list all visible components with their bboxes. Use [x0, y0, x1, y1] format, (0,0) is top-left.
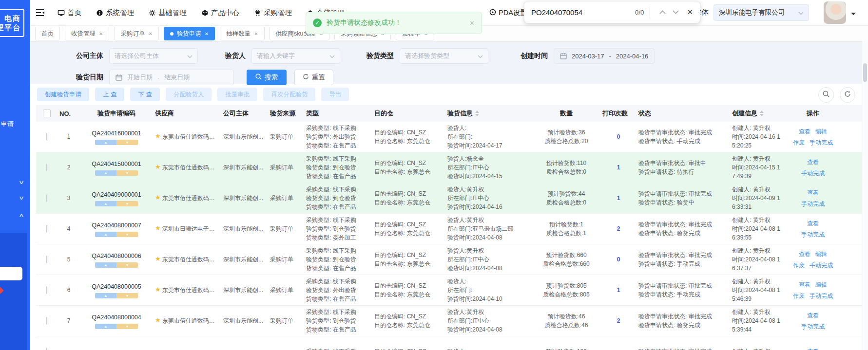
column-search-button[interactable] [818, 87, 834, 103]
action-line: 作废手动完成 [786, 291, 840, 301]
row-checkbox[interactable] [46, 348, 47, 350]
find-previous-button[interactable] [659, 10, 666, 14]
tab-close-icon[interactable]: ✕ [254, 31, 258, 37]
toolbar-button-4[interactable]: 批量审批 [217, 88, 257, 101]
toolbar-button-0[interactable]: 创建验货申请 [37, 88, 89, 101]
action-link[interactable]: 手动完成 [810, 139, 833, 146]
toolbar-button-6[interactable]: 导出 [321, 88, 349, 101]
header-company-select[interactable]: 深圳乐能电子有限公司 [714, 4, 809, 21]
nav-item-3[interactable]: 产品中心 [201, 8, 239, 18]
inspection-code[interactable]: QA240408000004 [82, 313, 151, 322]
goods-type: 货物类型: 在售产品 [306, 203, 370, 211]
sidebar-item-inspection-request[interactable]: 申请 [1, 120, 14, 129]
action-link[interactable]: 查看 [799, 251, 810, 258]
company-select[interactable]: 请选择公司主体 [109, 48, 198, 64]
action-link[interactable]: 查看 [807, 220, 819, 227]
warehouse-code: 目的仓编码: CN_SZ [374, 128, 444, 137]
nav-item-0[interactable]: 首页 [58, 8, 81, 18]
chevron-down-icon [478, 53, 483, 60]
find-next-button[interactable] [673, 10, 679, 14]
row-checkbox[interactable] [46, 133, 47, 141]
tab-1[interactable]: 收货管理✕ [65, 27, 109, 40]
action-link[interactable]: 编辑 [815, 128, 827, 135]
collapse-menu-icon[interactable] [35, 8, 45, 17]
inspection-code[interactable]: QA240408000006 [82, 252, 151, 260]
inspection-code[interactable]: QA240408000007 [82, 221, 151, 230]
action-link[interactable]: 查看 [799, 281, 810, 288]
select-all-checkbox[interactable] [43, 110, 51, 117]
find-match-count: 0/0 [635, 9, 644, 16]
action-link[interactable]: 作废 [793, 293, 805, 299]
actions-cell: 查看编辑作废手动完成 [784, 277, 842, 303]
toolbar-button-1[interactable]: 上 查 [95, 88, 124, 101]
scrollbar-thumb[interactable] [863, 63, 867, 82]
inspection-code[interactable]: QA240409000001 [82, 190, 151, 199]
inspector-department: 所在部门:IT中心 [447, 163, 530, 172]
row-checkbox[interactable] [46, 164, 47, 171]
action-link[interactable]: 手动完成 [810, 262, 833, 269]
action-link[interactable]: 手动完成 [801, 201, 825, 207]
tab-4[interactable]: 抽样数量✕ [220, 27, 264, 40]
action-link[interactable]: 手动完成 [801, 231, 825, 238]
row-checkbox[interactable] [46, 225, 47, 233]
tab-0[interactable]: 首页 [35, 27, 60, 40]
close-icon[interactable]: ✕ [469, 19, 475, 27]
action-link[interactable]: 作废 [793, 262, 805, 269]
tab-3[interactable]: 验货申请✕ [164, 27, 215, 40]
nav-item-1[interactable]: 系统管理 [96, 8, 134, 18]
row-checkbox[interactable] [46, 317, 47, 325]
vertical-scrollbar[interactable] [862, 41, 868, 350]
action-link[interactable]: 手动完成 [801, 170, 825, 177]
toolbar-button-3[interactable]: 分配验货人 [166, 88, 212, 101]
action-link[interactable]: 查看 [807, 189, 819, 196]
inspection-code[interactable]: QA240408000005 [82, 282, 151, 291]
search-button[interactable]: 搜索 [247, 70, 287, 85]
row-checkbox[interactable] [46, 286, 47, 294]
chevron-up-icon[interactable]: ∧ [19, 212, 25, 219]
warehouse-cell: 目的仓编码: CN_SZ 目的仓名称: 东莞总仓 [372, 188, 445, 208]
action-link[interactable]: 手动完成 [801, 323, 825, 330]
sort-info-icon[interactable] [475, 111, 479, 116]
refresh-table-button[interactable] [840, 87, 855, 103]
inspection-date-range[interactable]: 开始日期 - 结束日期 [109, 70, 234, 85]
tab-close-icon[interactable]: ✕ [148, 31, 152, 37]
action-link[interactable]: 手动完成 [810, 293, 833, 299]
nav-item-2[interactable]: 基础管理 [149, 8, 187, 18]
action-link[interactable]: 查看 [807, 348, 819, 350]
avatar-caret-icon[interactable] [851, 13, 856, 18]
action-line: 手动完成 [786, 230, 840, 239]
actions-cell: 查看 [784, 344, 842, 350]
toolbar-button-2[interactable]: 下 查 [130, 88, 159, 101]
inspection-code[interactable]: QA240416000001 [82, 129, 151, 138]
reset-button[interactable]: 重置 [294, 70, 333, 85]
row-checkbox[interactable] [46, 256, 47, 263]
action-link[interactable]: 编辑 [815, 281, 827, 288]
approval-status: 验货申请审批状态: 审批中 [638, 159, 728, 167]
warehouse-code: 目的仓编码: CN_SZ [374, 347, 444, 350]
inspector-name: 验货人:黄升权 [447, 216, 530, 224]
action-link[interactable]: 查看 [807, 159, 819, 166]
find-input[interactable]: PO2404070054 [531, 8, 582, 17]
row-checkbox[interactable] [46, 194, 47, 202]
action-link[interactable]: 作废 [793, 139, 805, 146]
action-link[interactable]: 查看 [799, 128, 810, 135]
find-close-button[interactable]: ✕ [687, 8, 693, 17]
user-avatar[interactable] [824, 1, 846, 24]
inspection-type-select[interactable]: 请选择验货类型 [400, 48, 488, 64]
tab-close-icon[interactable]: ✕ [99, 31, 103, 37]
toolbar-button-5[interactable]: 再次分配验货 [263, 88, 315, 101]
inspector-input[interactable]: 请输入关键字 [251, 48, 340, 64]
tab-close-icon[interactable]: ✕ [205, 31, 209, 37]
created-date-range[interactable]: 2024-03-17 - 2024-04-16 [554, 48, 655, 64]
action-link[interactable]: 查看 [807, 312, 819, 319]
sort-created-icon[interactable] [760, 111, 764, 116]
chevron-down-icon[interactable]: ∨ [19, 195, 25, 201]
nav-item-4[interactable]: 采购管理 [254, 8, 292, 18]
action-link[interactable]: 编辑 [815, 251, 827, 258]
tab-2[interactable]: 采购订单✕ [114, 27, 158, 40]
print-count: 1 [600, 193, 637, 203]
chevron-down-icon[interactable]: ∨ [19, 179, 25, 185]
inspection-code[interactable]: QA240415000001 [82, 160, 151, 168]
sidebar-popup[interactable] [0, 267, 22, 280]
row-no: 5 [58, 254, 80, 265]
